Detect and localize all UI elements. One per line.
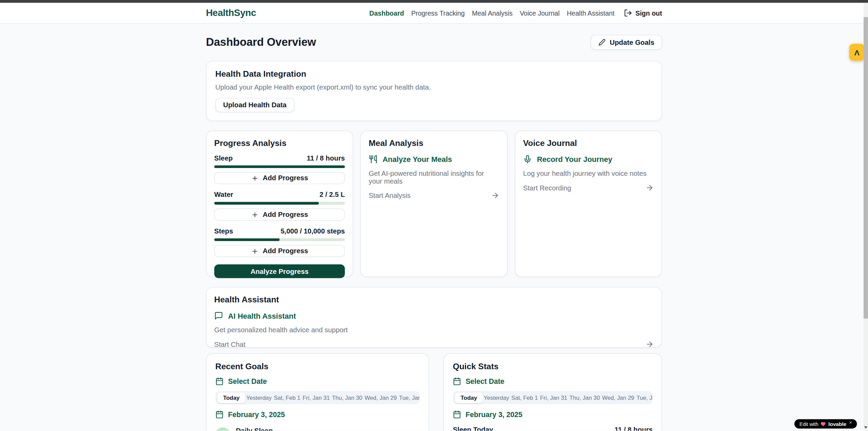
- nav-meal-analysis[interactable]: Meal Analysis: [472, 9, 513, 17]
- date-tab-today[interactable]: Today: [217, 392, 245, 403]
- integration-title: Health Data Integration: [215, 69, 653, 79]
- voice-description: Log your health journey with voice notes: [523, 170, 654, 177]
- date-tab-sat-feb-1[interactable]: Sat, Feb 1: [273, 395, 302, 401]
- sleep-progress-group: Sleep 11 / 8 hours Add Progress: [214, 154, 345, 184]
- scrollbar-thumb[interactable]: [864, 17, 868, 319]
- check-circle-icon: [215, 427, 230, 431]
- arrow-right-icon: [491, 191, 499, 200]
- analyze-your-meals-label: Analyze Your Meals: [383, 155, 452, 163]
- lovable-label: lovable: [828, 421, 846, 427]
- utensils-icon: [369, 155, 377, 164]
- steps-value: 5,000 / 10,000 steps: [281, 227, 345, 235]
- health-data-integration-card: Health Data Integration Upload your Appl…: [206, 61, 662, 121]
- close-icon[interactable]: ×: [849, 420, 852, 425]
- date-tab-thu-jan-30[interactable]: Thu, Jan 30: [331, 395, 364, 401]
- start-chat-row[interactable]: Start Chat: [214, 340, 654, 348]
- sign-out-label: Sign out: [636, 9, 662, 17]
- steps-progress-group: Steps 5,000 / 10,000 steps Add Progress: [214, 227, 345, 257]
- voice-journal-card: Voice Journal Record Your Journey Log yo…: [515, 131, 662, 277]
- qs-date-tab-yesterday[interactable]: Yesterday: [483, 395, 510, 401]
- start-analysis-label: Start Analysis: [369, 192, 410, 200]
- edit-with-lovable-badge[interactable]: Edit with lovable ×: [795, 419, 857, 429]
- water-label: Water: [214, 191, 233, 199]
- calendar-icon: [453, 410, 461, 418]
- date-tab-fri-jan-31[interactable]: Fri, Jan 31: [301, 395, 331, 401]
- heart-icon: [820, 421, 826, 427]
- water-progress-group: Water 2 / 2.5 L Add Progress: [214, 191, 345, 221]
- recent-goals-title: Recent Goals: [215, 362, 420, 371]
- select-date-label: Select Date: [465, 377, 504, 385]
- water-add-progress-button[interactable]: Add Progress: [214, 208, 345, 221]
- update-goals-button[interactable]: Update Goals: [591, 35, 662, 50]
- upload-health-data-button[interactable]: Upload Health Data: [215, 98, 294, 112]
- steps-add-progress-button[interactable]: Add Progress: [214, 245, 345, 257]
- meal-analysis-title: Meal Analysis: [369, 138, 499, 148]
- edit-with-label: Edit with: [799, 421, 818, 427]
- qs-date-tab-wed-jan-29[interactable]: Wed, Jan 29: [601, 395, 635, 401]
- steps-label: Steps: [214, 227, 233, 235]
- sleep-add-progress-button[interactable]: Add Progress: [214, 172, 345, 184]
- qs-date-tab-fri-jan-31[interactable]: Fri, Jan 31: [539, 395, 568, 401]
- sleep-progress-bar: [214, 165, 345, 168]
- water-progress-bar: [214, 202, 345, 205]
- qs-date-tab-thu-jan-30[interactable]: Thu, Jan 30: [568, 395, 601, 401]
- progress-analysis-title: Progress Analysis: [214, 138, 345, 148]
- analyze-your-meals-link[interactable]: Analyze Your Meals: [369, 155, 499, 164]
- calendar-icon: [215, 410, 224, 418]
- recent-goals-current-date: February 3, 2025: [215, 410, 420, 418]
- scrollbar-down-arrow-icon[interactable]: [864, 426, 868, 429]
- date-tab-wed-jan-29[interactable]: Wed, Jan 29: [364, 395, 398, 401]
- calendar-icon: [453, 377, 461, 385]
- voice-journal-title: Voice Journal: [523, 138, 654, 148]
- assistant-floating-badge[interactable]: Λ: [849, 44, 865, 61]
- plus-icon: [251, 211, 258, 218]
- health-assistant-title: Health Assistant: [214, 295, 654, 304]
- qs-date-tab-today[interactable]: Today: [455, 392, 482, 403]
- microphone-icon: [523, 155, 532, 164]
- pencil-icon: [599, 39, 606, 46]
- steps-progress-bar: [214, 238, 345, 241]
- analyze-progress-button[interactable]: Analyze Progress: [214, 264, 345, 278]
- add-progress-label: Add Progress: [263, 174, 308, 182]
- sleep-today-value: 11 / 8 hours: [615, 426, 653, 431]
- ai-health-assistant-link[interactable]: AI Health Assistant: [214, 311, 654, 320]
- plus-icon: [251, 247, 258, 255]
- quick-stats-card: Quick Stats Select Date Today Yesterday …: [443, 353, 662, 431]
- nav-voice-journal[interactable]: Voice Journal: [520, 9, 560, 17]
- start-chat-label: Start Chat: [214, 340, 246, 348]
- current-date-label: February 3, 2025: [228, 410, 285, 418]
- update-goals-label: Update Goals: [610, 38, 654, 46]
- date-tab-tue-jan-28[interactable]: Tue, Jan 28: [398, 395, 420, 401]
- log-out-icon: [624, 9, 632, 17]
- start-analysis-row[interactable]: Start Analysis: [369, 191, 499, 200]
- nav-health-assistant[interactable]: Health Assistant: [567, 9, 614, 17]
- meal-description: Get AI-powered nutritional insights for …: [369, 170, 499, 185]
- nav-progress-tracking[interactable]: Progress Tracking: [411, 9, 465, 17]
- recent-goals-select-date[interactable]: Select Date: [215, 377, 420, 385]
- ai-health-assistant-label: AI Health Assistant: [228, 312, 296, 320]
- qs-date-tab-tue-jan-28[interactable]: Tue, Jan 28: [635, 395, 653, 401]
- main-content: Dashboard Overview Update Goals Health D…: [0, 35, 868, 431]
- window-top-strip: [0, 0, 868, 3]
- start-recording-row[interactable]: Start Recording: [523, 184, 654, 192]
- calendar-icon: [215, 377, 224, 385]
- sleep-today-label: Sleep Today: [453, 426, 493, 431]
- record-your-journey-label: Record Your Journey: [537, 155, 613, 163]
- page-scrollbar[interactable]: [864, 3, 868, 431]
- quick-stats-select-date[interactable]: Select Date: [453, 377, 653, 385]
- recent-goals-date-tabs: Today Yesterday Sat, Feb 1 Fri, Jan 31 T…: [215, 391, 420, 404]
- sleep-value: 11 / 8 hours: [307, 154, 345, 162]
- date-tab-yesterday[interactable]: Yesterday: [245, 395, 273, 401]
- assistant-description: Get personalized health advice and suppo…: [214, 326, 654, 334]
- add-progress-label: Add Progress: [263, 211, 308, 219]
- header: HealthSync Dashboard Progress Tracking M…: [0, 3, 868, 24]
- sign-out-button[interactable]: Sign out: [624, 9, 662, 17]
- record-your-journey-link[interactable]: Record Your Journey: [523, 155, 654, 164]
- qs-date-tab-sat-feb-1[interactable]: Sat, Feb 1: [510, 395, 539, 401]
- sleep-progress-fill: [214, 165, 345, 168]
- health-assistant-card: Health Assistant AI Health Assistant Get…: [206, 287, 662, 348]
- nav-dashboard[interactable]: Dashboard: [369, 9, 404, 17]
- goal-name: Daily Sleep: [236, 427, 273, 431]
- app-root: HealthSync Dashboard Progress Tracking M…: [0, 0, 868, 431]
- meal-analysis-card: Meal Analysis Analyze Your Meals Get AI-…: [360, 131, 508, 277]
